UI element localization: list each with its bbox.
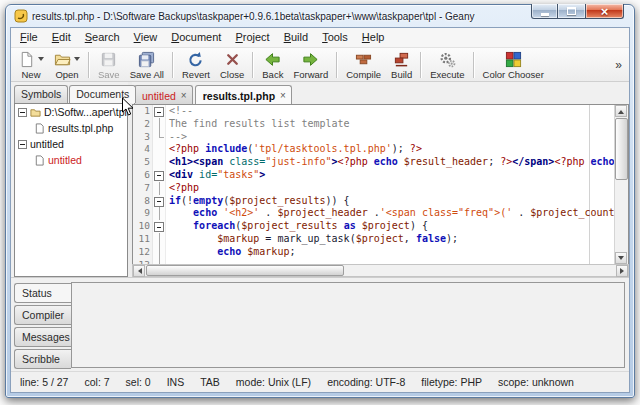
tree-file-row-untitled[interactable]: untitled	[15, 152, 127, 168]
sidebar-tab-symbols[interactable]: Symbols	[14, 85, 68, 103]
save-icon	[100, 51, 117, 68]
code-area[interactable]: 1<!--2The find results list template3-->…	[133, 105, 614, 264]
fold-margin-cell	[153, 131, 166, 144]
scroll-right-button[interactable]	[616, 265, 628, 277]
vertical-scroll-thumb[interactable]	[615, 118, 628, 180]
bottom-tab-scribble[interactable]: Scribble	[14, 349, 71, 369]
statusbar-field: mode: Unix (LF)	[236, 376, 311, 388]
geany-app-icon	[14, 9, 28, 23]
toolbar-separator	[336, 52, 338, 78]
fold-margin-cell	[153, 220, 166, 233]
line-number: 10	[133, 220, 153, 233]
editor-tab-results-tpl-php[interactable]: results.tpl.php×	[195, 85, 292, 104]
editor-tab-untitled[interactable]: untitled×	[134, 85, 193, 104]
line-number: 4	[133, 143, 153, 156]
close-button[interactable]	[585, 4, 624, 19]
bottom-tab-messages[interactable]: Messages	[14, 327, 71, 347]
execute-icon	[439, 51, 456, 68]
tree-folder-row-untitled[interactable]: untitled	[15, 136, 127, 152]
geany-window: results.tpl.php - D:\Software Backups\ta…	[5, 4, 635, 398]
color-chooser-icon	[505, 51, 522, 68]
down-arrow-icon	[618, 256, 624, 263]
toolbar-button-back[interactable]: Back	[257, 49, 288, 81]
new-document-icon	[18, 51, 35, 68]
editor-pane: untitled×results.tpl.php× 1<!--2The find…	[132, 82, 629, 277]
fold-margin-cell	[153, 169, 166, 182]
fold-collapse-icon[interactable]	[154, 171, 164, 181]
toolbar-button-new[interactable]: New	[13, 49, 49, 81]
code-line: 13	[133, 259, 614, 264]
tab-close-icon[interactable]: ×	[181, 91, 187, 101]
toolbar-button-open[interactable]: Open	[49, 49, 85, 81]
maximize-button[interactable]	[558, 4, 585, 19]
horizontal-scroll-track[interactable]	[145, 265, 616, 276]
menu-item-help[interactable]: Help	[355, 30, 392, 45]
menu-item-file[interactable]: File	[13, 30, 45, 45]
toolbar-button-close[interactable]: Close	[215, 49, 249, 81]
code-line: 6<div id="tasks">	[133, 169, 614, 182]
code-line: 2The find results list template	[133, 118, 614, 131]
horizontal-scroll-thumb[interactable]	[146, 265, 344, 276]
vertical-scrollbar[interactable]	[614, 105, 628, 264]
line-number: 11	[133, 233, 153, 246]
statusbar-field: col: 7	[84, 376, 109, 388]
line-number: 12	[133, 246, 153, 259]
collapse-expander-icon[interactable]	[18, 108, 27, 117]
horizontal-scrollbar[interactable]	[132, 264, 629, 277]
menu-item-tools[interactable]: Tools	[315, 30, 355, 45]
editor: 1<!--2The find results list template3-->…	[132, 104, 629, 264]
menu-item-build[interactable]: Build	[277, 30, 315, 45]
tree-file-row-results-tpl-php[interactable]: results.tpl.php	[15, 120, 127, 136]
scroll-left-button[interactable]	[133, 265, 145, 277]
fold-collapse-icon[interactable]	[154, 222, 164, 232]
code-line: 3-->	[133, 131, 614, 144]
bottom-tab-compiler[interactable]: Compiler	[14, 305, 71, 325]
statusbar-field: INS	[167, 376, 185, 388]
statusbar-field: encoding: UTF-8	[327, 376, 405, 388]
bottom-tab-status[interactable]: Status	[14, 283, 71, 303]
toolbar-button-build[interactable]: Build	[386, 49, 417, 81]
menu-item-search[interactable]: Search	[78, 30, 127, 45]
toolbar-button-save-all[interactable]: Save All	[125, 49, 169, 81]
file-icon	[34, 155, 45, 166]
right-arrow-icon	[620, 268, 627, 274]
scroll-down-button[interactable]	[615, 252, 627, 264]
toolbar-button-compile[interactable]: Compile	[341, 49, 386, 81]
fold-margin-cell	[153, 233, 166, 246]
menu-item-edit[interactable]: Edit	[45, 30, 78, 45]
statusbar-field: TAB	[200, 376, 220, 388]
dropdown-arrow-icon[interactable]	[38, 57, 44, 61]
titlebar[interactable]: results.tpl.php - D:\Software Backups\ta…	[10, 5, 630, 27]
code-line: 5<h1><span class="just-info"><?php echo …	[133, 156, 614, 169]
toolbar-button-color-chooser[interactable]: Color Chooser	[478, 49, 549, 81]
toolbar-button-save[interactable]: Save	[93, 49, 125, 81]
fold-margin-cell	[153, 195, 166, 208]
fold-collapse-icon[interactable]	[154, 107, 164, 117]
code-line: 1<!--	[133, 105, 614, 118]
mouse-cursor	[121, 97, 135, 117]
statusbar: line: 5 / 27col: 7sel: 0INSTABmode: Unix…	[11, 371, 629, 392]
open-folder-icon	[54, 51, 71, 68]
menu-item-document[interactable]: Document	[164, 30, 228, 45]
toolbar-button-revert[interactable]: Revert	[177, 49, 215, 81]
code-line: 8if(!empty($project_results)) {	[133, 195, 614, 208]
vertical-scroll-track[interactable]	[615, 117, 628, 252]
tree-folder-row-d-softw-aper-tpl[interactable]: D:\Softw...aper\tpl	[15, 104, 127, 120]
menu-item-view[interactable]: View	[127, 30, 165, 45]
dropdown-arrow-icon[interactable]	[74, 57, 80, 61]
line-number: 2	[133, 118, 153, 131]
menu-item-project[interactable]: Project	[228, 30, 276, 45]
tab-close-icon[interactable]: ×	[280, 91, 286, 101]
fold-collapse-icon[interactable]	[154, 197, 164, 207]
toolbar-separator	[88, 52, 90, 78]
sidebar: SymbolsDocuments D:\Softw...aper\tplresu…	[11, 82, 128, 277]
revert-icon	[187, 51, 204, 68]
minimize-button[interactable]	[531, 4, 558, 19]
line-number: 5	[133, 156, 153, 169]
toolbar-button-forward[interactable]: Forward	[288, 49, 333, 81]
fold-margin-cell	[153, 118, 166, 131]
toolbar-button-execute[interactable]: Execute	[425, 49, 469, 81]
collapse-expander-icon[interactable]	[18, 140, 27, 149]
scroll-up-button[interactable]	[615, 105, 627, 117]
toolbar-overflow-button[interactable]: »	[610, 58, 627, 72]
